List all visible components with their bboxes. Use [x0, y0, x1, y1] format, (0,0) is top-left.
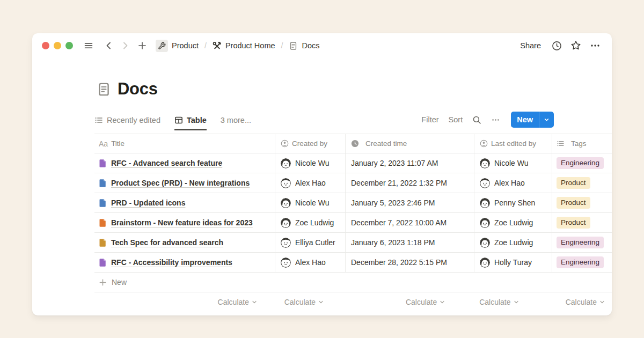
updates-clock-icon[interactable] [550, 39, 564, 53]
row-title-link[interactable]: Product Spec (PRD) - New integrations [111, 179, 250, 187]
table-row[interactable]: Product Spec (PRD) - New integrations Al… [94, 173, 612, 193]
tab-recently-edited[interactable]: Recently edited [94, 116, 160, 130]
breadcrumb-item-docs[interactable]: Docs [287, 40, 321, 52]
add-page-icon[interactable] [135, 39, 149, 53]
row-title-link[interactable]: RFC - Advanced search feature [111, 159, 222, 167]
sort-button[interactable]: Sort [449, 115, 463, 124]
filter-button[interactable]: Filter [421, 115, 438, 124]
table-row[interactable]: RFC - Accessibility improvements Alex Ha… [94, 253, 612, 273]
created-time-cell[interactable]: January 6, 2023 1:18 PM [345, 233, 474, 252]
views-bar: Recently edited Table 3 more... Filter S… [94, 112, 612, 130]
table-row[interactable]: PRD - Updated icons Nicole Wu January 5,… [94, 193, 612, 213]
new-button[interactable]: New [511, 112, 554, 128]
tags-cell[interactable]: Product [552, 173, 612, 193]
avatar [480, 218, 490, 228]
favorite-star-icon[interactable] [569, 39, 583, 53]
share-button[interactable]: Share [517, 39, 544, 52]
new-row-label: New [112, 278, 127, 286]
title-cell[interactable]: Tech Spec for advanced search [94, 233, 275, 252]
database-table: Aa Title Created by Created time [94, 134, 612, 312]
created-time-value: January 6, 2023 1:18 PM [351, 238, 435, 247]
created-by-cell[interactable]: Alex Hao [275, 253, 345, 272]
view-tabs: Recently edited Table 3 more... [94, 116, 251, 130]
created-time-cell[interactable]: December 7, 2022 10:00 AM [345, 213, 474, 232]
more-options-icon[interactable] [588, 39, 602, 53]
breadcrumb-item-product-home[interactable]: Product Home [210, 40, 277, 52]
view-controls: Filter Sort New [421, 112, 554, 130]
column-header-created-by[interactable]: Created by [275, 134, 345, 153]
desktop-background: Product / Product Home / [0, 0, 644, 338]
column-header-tags[interactable]: Tags [552, 134, 612, 153]
created-time-cell[interactable]: December 28, 2022 5:15 PM [345, 253, 474, 272]
table-row[interactable]: Tech Spec for advanced search Elliya Cut… [94, 233, 612, 253]
column-header-title[interactable]: Aa Title [94, 134, 275, 153]
page-icon [99, 199, 107, 208]
created-by-cell[interactable]: Elliya Cutler [275, 233, 345, 252]
last-edited-by-cell[interactable]: Holly Turay [474, 253, 552, 272]
tags-cell[interactable]: Product [552, 213, 612, 232]
chevron-down-icon[interactable] [539, 112, 554, 128]
calculate-button-tags[interactable]: Calculate [526, 292, 612, 312]
tags-cell[interactable]: Engineering [552, 233, 612, 252]
doc-icon [289, 41, 298, 50]
column-header-last-edited-by[interactable]: Last edited by [474, 134, 552, 153]
forward-icon[interactable] [118, 39, 132, 53]
calculate-button-created-time[interactable]: Calculate [331, 292, 452, 312]
created-time-value: December 7, 2022 10:00 AM [351, 218, 447, 227]
close-window-button[interactable] [42, 42, 49, 49]
table-row[interactable]: Brainstorm - New feature ideas for 2023 … [94, 213, 612, 233]
chevron-down-icon [251, 299, 258, 305]
last-edited-by-name: Alex Hao [494, 179, 525, 187]
column-label: Last edited by [491, 139, 536, 148]
breadcrumb-item-product[interactable]: Product [153, 39, 201, 53]
created-time-cell[interactable]: December 21, 2022 1:32 PM [345, 173, 474, 193]
search-icon[interactable] [472, 115, 481, 124]
title-cell[interactable]: RFC - Advanced search feature [94, 153, 275, 173]
tags-cell[interactable]: Engineering [552, 153, 612, 173]
created-time-value: January 5, 2023 2:46 PM [351, 199, 435, 207]
row-title-link[interactable]: RFC - Accessibility improvements [111, 258, 232, 267]
row-title-link[interactable]: Brainstorm - New feature ideas for 2023 [111, 218, 253, 227]
back-icon[interactable] [102, 39, 116, 53]
new-row-button[interactable]: New [94, 273, 612, 292]
person-icon [281, 139, 289, 148]
breadcrumb-label: Docs [302, 41, 319, 50]
created-by-cell[interactable]: Zoe Ludwig [275, 213, 345, 232]
column-header-created-time[interactable]: Created time [345, 134, 474, 153]
last-edited-by-cell[interactable]: Alex Hao [474, 173, 552, 193]
tags-cell[interactable]: Product [552, 193, 612, 212]
created-time-cell[interactable]: January 2, 2023 11:07 AM [345, 153, 474, 173]
avatar [281, 178, 291, 188]
view-options-icon[interactable] [491, 115, 500, 124]
last-edited-by-cell[interactable]: Zoe Ludwig [474, 233, 552, 252]
last-edited-by-cell[interactable]: Penny Shen [474, 193, 552, 212]
created-by-cell[interactable]: Nicole Wu [275, 153, 345, 173]
menu-icon[interactable] [82, 39, 96, 53]
tab-more-views[interactable]: 3 more... [221, 116, 251, 130]
tools-icon [213, 41, 222, 50]
tags-cell[interactable]: Engineering [552, 253, 612, 272]
created-by-cell[interactable]: Alex Hao [275, 173, 345, 193]
zoom-window-button[interactable] [65, 42, 73, 49]
new-button-label[interactable]: New [511, 112, 539, 128]
calculate-button-title[interactable]: Calculate [94, 292, 264, 312]
minimize-window-button[interactable] [54, 42, 61, 49]
created-time-cell[interactable]: January 5, 2023 2:46 PM [345, 193, 474, 212]
title-cell[interactable]: PRD - Updated icons [94, 193, 275, 212]
last-edited-by-cell[interactable]: Zoe Ludwig [474, 213, 552, 232]
row-title-link[interactable]: PRD - Updated icons [111, 199, 185, 207]
breadcrumb: Product / Product Home / [153, 39, 322, 53]
calculate-button-created-by[interactable]: Calculate [264, 292, 331, 312]
created-by-cell[interactable]: Nicole Wu [275, 193, 345, 212]
row-title-link[interactable]: Tech Spec for advanced search [111, 238, 223, 247]
calculate-button-last-edited-by[interactable]: Calculate [452, 292, 525, 312]
page-doc-icon[interactable] [97, 82, 111, 97]
table-row[interactable]: RFC - Advanced search feature Nicole Wu … [94, 153, 612, 173]
title-cell[interactable]: RFC - Accessibility improvements [94, 253, 275, 272]
page-title[interactable]: Docs [118, 79, 158, 99]
tab-label: 3 more... [221, 116, 251, 124]
last-edited-by-cell[interactable]: Nicole Wu [474, 153, 552, 173]
title-cell[interactable]: Brainstorm - New feature ideas for 2023 [94, 213, 275, 232]
tab-table[interactable]: Table [174, 116, 207, 130]
title-cell[interactable]: Product Spec (PRD) - New integrations [94, 173, 275, 193]
